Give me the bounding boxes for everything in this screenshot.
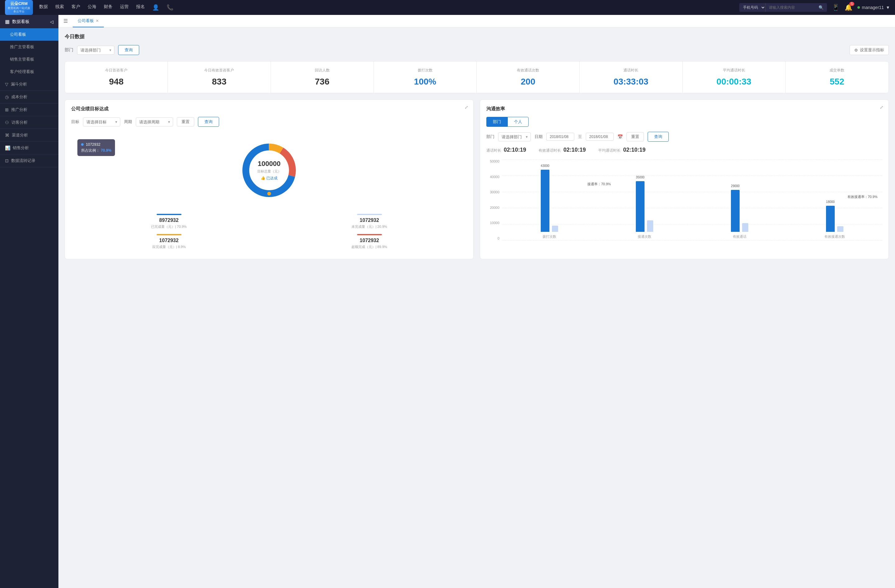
goal-stat-value-incomplete: 1072932 [272,218,467,223]
tab-bar: ☰ 公司看板 ✕ [58,15,895,27]
dept-select-wrapper: 请选择部门 [77,46,114,55]
stat-label-0: 今日首咨客户 [70,68,162,73]
sidebar-collapse-icon[interactable]: ◁ [50,19,53,24]
today-query-button[interactable]: 查询 [118,45,139,55]
sidebar-funnel-header[interactable]: ▽ 漏斗分析 [0,78,58,91]
comm-dept-select[interactable]: 请选择部门 [498,132,531,141]
tooltip-ratio-value: 70.9% [101,148,111,153]
nav-person-icon[interactable]: 👤 [152,3,159,12]
goal-stat-over-achieved: 1072932 超额完成（元）| 89.9% [272,234,467,249]
sidebar-channel-header[interactable]: ⌘ 渠道分析 [0,129,58,141]
sidebar-promotion-header[interactable]: ⊞ 推广分析 [0,103,58,116]
goal-query-button[interactable]: 查询 [198,117,219,127]
stat-card-7: 成交单数 552 [786,62,889,93]
sidebar-item-company-board[interactable]: 公司看板 [0,28,58,41]
sidebar-item-promotion-board[interactable]: 推广主管看板 [0,41,58,53]
comm-reset-button[interactable]: 重置 [626,132,644,141]
goal-period-label: 周期 [124,119,132,124]
date-separator: 至 [578,134,582,139]
goal-period-select[interactable]: 请选择周期 [136,117,173,126]
donut-container: 100000 目标总量（元） 👍 已达成 [238,139,300,202]
nav-operations[interactable]: 运营 [120,3,129,12]
notification-icon[interactable]: 🔔 5 [845,4,853,11]
device-icon[interactable]: 📱 [832,4,840,11]
y-label-10000: 10000 [490,221,499,225]
bar-3-0-wrapper: 18000 [826,206,835,232]
comm-stat-call-duration: 通话时长 02:10:19 [486,147,526,153]
nav-phone-icon[interactable]: 📞 [167,3,173,12]
goal-target-select[interactable]: 请选择目标 [83,117,120,126]
tab-company-board[interactable]: 公司看板 ✕ [73,15,104,27]
stat-label-3: 拨打次数 [379,68,472,73]
bar-group-2-bars: 29000 [731,190,748,232]
nav-leads[interactable]: 线索 [55,3,64,12]
comm-stat-value-0: 02:10:19 [504,147,526,153]
bar-2-0-wrapper: 29000 [731,190,740,232]
stat-card-4: 有效通话次数 200 [477,62,579,93]
x-label-1: 接通次数 [638,234,651,239]
goal-card-expand-icon[interactable]: ⤢ [464,105,468,110]
search-input[interactable] [766,3,815,12]
comm-tab-personal[interactable]: 个人 [507,117,529,127]
comm-stat-value-1: 02:10:19 [563,147,586,153]
sidebar-sales-header[interactable]: 📊 销售分析 [0,142,58,154]
stat-label-5: 通话时长 [584,68,677,73]
sidebar-item-sales-board[interactable]: 销售主管看板 [0,53,58,65]
comm-card-title: 沟通效率 [486,106,882,112]
comm-card-expand-icon[interactable]: ⤢ [880,105,883,110]
donut-center: 100000 目标总量（元） 👍 已达成 [257,160,281,181]
stat-card-3: 拨打次数 100% [374,62,477,93]
tooltip-dot [81,143,83,146]
sidebar-cost-header[interactable]: ◷ 成本分析 [0,91,58,103]
comm-filter: 部门 请选择部门 日期 至 📅 重置 查询 [486,132,882,142]
goal-stat-label-should: 应完成量（元）| 8.9% [71,245,267,249]
sidebar-group-promotion: ⊞ 推广分析 [0,103,58,116]
bar-group-2: 29000 有效通话 [692,159,787,239]
nav-finance[interactable]: 财务 [104,3,112,12]
y-label-20000: 20000 [490,206,499,209]
goal-stat-value-completed: 8972932 [71,218,267,223]
dept-select[interactable]: 请选择部门 [77,46,114,55]
nav-customers[interactable]: 客户 [71,3,80,12]
chart-inner: 50000 40000 30000 20000 10000 0 [486,159,882,247]
nav-public-sea[interactable]: 公海 [88,3,96,12]
user-info[interactable]: manager11 ▼ [857,5,890,10]
menu-toggle-icon[interactable]: ☰ [64,18,68,24]
comm-date-end[interactable] [586,133,614,141]
comm-date-start[interactable] [546,133,574,141]
comm-stat-label-2: 平均通话时长 [598,148,620,153]
bar-effective-main [731,190,740,232]
goal-card-title: 公司业绩目标达成 [71,106,467,112]
stat-value-1: 833 [173,77,265,87]
settings-icon: ⚙ [854,48,858,53]
donut-tooltip: 1072932 所占比例： 70.9% [77,139,115,156]
sidebar-section-header[interactable]: ▦ 数据看板 ◁ [0,15,58,28]
donut-center-value: 100000 [257,160,281,168]
tab-close-icon[interactable]: ✕ [96,19,99,23]
page-content: 今日数据 部门 请选择部门 查询 ⚙ 设置显示指标 [58,27,895,265]
sidebar-item-customer-board[interactable]: 客户经理看板 [0,65,58,78]
donut-achieved-label: 👍 已达成 [257,176,281,181]
sidebar-funnel-label: 漏斗分析 [11,82,27,87]
sidebar-dataflow-header[interactable]: ⊡ 数据流转记录 [0,155,58,167]
bar-label-29000: 29000 [731,184,740,188]
nav-links: 数据 线索 客户 公海 财务 运营 报名 👤 📞 [39,3,739,12]
search-type-select[interactable]: 手机号码 [739,3,766,12]
bar-group-3: 有效接通率：70.9% 18000 有效接通次数 [787,159,882,239]
stats-grid: 今日首咨客户 948 今日有效首咨客户 833 回访人数 736 拨打次数 10… [65,61,889,93]
nav-signup[interactable]: 报名 [136,3,145,12]
sidebar-visitor-header[interactable]: ⚇ 访客分析 [0,116,58,129]
settings-button[interactable]: ⚙ 设置显示指标 [849,45,889,55]
comm-tab-dept[interactable]: 部门 [486,117,507,127]
top-navigation: 云朵CRM 教育机构一站式服务云平台 数据 线索 客户 公海 财务 运营 报名 … [0,0,895,15]
visitor-icon: ⚇ [5,120,9,125]
nav-data[interactable]: 数据 [39,3,48,12]
comm-query-button[interactable]: 查询 [648,132,669,142]
calendar-icon[interactable]: 📅 [617,134,623,139]
search-button[interactable]: 🔍 [815,3,827,12]
dropdown-arrow: ▼ [886,5,890,10]
goal-reset-button[interactable]: 重置 [177,117,194,126]
comm-tabs: 部门 个人 [486,117,882,127]
goal-stat-value-over: 1072932 [272,238,467,243]
cost-icon: ◷ [5,94,9,100]
